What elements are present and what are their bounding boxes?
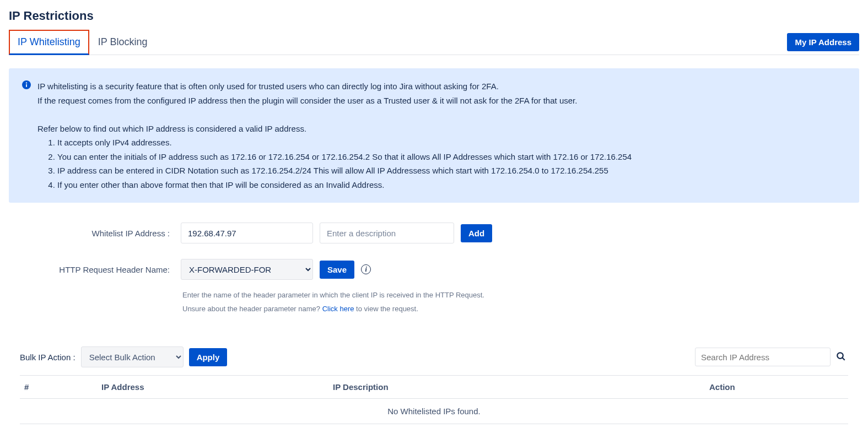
my-ip-address-button[interactable]: My IP Address bbox=[787, 33, 859, 51]
helper-line-1: Enter the name of the header parameter i… bbox=[182, 289, 859, 302]
bulk-action-select[interactable]: Select Bulk Action bbox=[81, 346, 184, 367]
bulk-action-row: Bulk IP Action : Select Bulk Action Appl… bbox=[9, 346, 859, 367]
http-header-label: HTTP Request Header Name: bbox=[9, 265, 174, 274]
whitelist-ip-label: Whitelist IP Address : bbox=[9, 229, 174, 238]
tab-bar: IP Whitelisting IP Blocking My IP Addres… bbox=[9, 30, 859, 55]
info-line-1: IP whitelisting is a security feature th… bbox=[37, 79, 632, 94]
tab-ip-whitelisting[interactable]: IP Whitelisting bbox=[9, 30, 89, 55]
info-icon bbox=[22, 80, 31, 192]
svg-point-2 bbox=[26, 82, 27, 83]
page-title: IP Restrictions bbox=[9, 9, 859, 23]
column-ip-description: IP Description bbox=[328, 376, 705, 399]
column-action: Action bbox=[705, 376, 848, 399]
search-icon bbox=[836, 351, 846, 361]
ip-table: # IP Address IP Description Action No Wh… bbox=[20, 375, 848, 424]
click-here-link[interactable]: Click here bbox=[322, 305, 354, 313]
whitelist-ip-input[interactable] bbox=[181, 223, 313, 243]
apply-button[interactable]: Apply bbox=[189, 348, 228, 366]
tab-ip-blocking[interactable]: IP Blocking bbox=[89, 30, 157, 55]
info-content: IP whitelisting is a security feature th… bbox=[37, 79, 632, 192]
info-list-item: If you enter other than above format the… bbox=[57, 178, 632, 192]
save-button[interactable]: Save bbox=[320, 261, 354, 279]
whitelist-description-input[interactable] bbox=[320, 223, 454, 243]
search-button[interactable] bbox=[834, 349, 848, 365]
svg-line-4 bbox=[842, 357, 845, 360]
http-header-row: HTTP Request Header Name: X-FORWARDED-FO… bbox=[9, 259, 859, 280]
info-list-item: IP address can be entered in CIDR Notati… bbox=[57, 164, 632, 178]
info-line-2: If the request comes from the configured… bbox=[37, 94, 632, 108]
info-line-3: Refer below to find out which IP address… bbox=[37, 122, 632, 136]
bulk-action-label: Bulk IP Action : bbox=[20, 353, 76, 362]
http-header-select[interactable]: X-FORWARDED-FOR bbox=[181, 259, 313, 280]
info-panel: IP whitelisting is a security feature th… bbox=[9, 68, 859, 203]
info-list-item: You can enter the initials of IP address… bbox=[57, 150, 632, 164]
column-number: # bbox=[20, 376, 97, 399]
helper-line-2: Unsure about the header parameter name? … bbox=[182, 302, 859, 316]
empty-state: No Whitelisted IPs found. bbox=[20, 399, 848, 424]
svg-rect-1 bbox=[26, 84, 27, 87]
whitelist-ip-row: Whitelist IP Address : Add bbox=[9, 223, 859, 243]
column-ip-address: IP Address bbox=[97, 376, 328, 399]
helper-text: Enter the name of the header parameter i… bbox=[182, 289, 859, 316]
add-button[interactable]: Add bbox=[461, 224, 492, 242]
search-ip-input[interactable] bbox=[695, 348, 831, 366]
help-icon[interactable]: i bbox=[361, 264, 371, 274]
svg-point-3 bbox=[837, 353, 843, 359]
info-list-item: It accepts only IPv4 addresses. bbox=[57, 136, 632, 150]
